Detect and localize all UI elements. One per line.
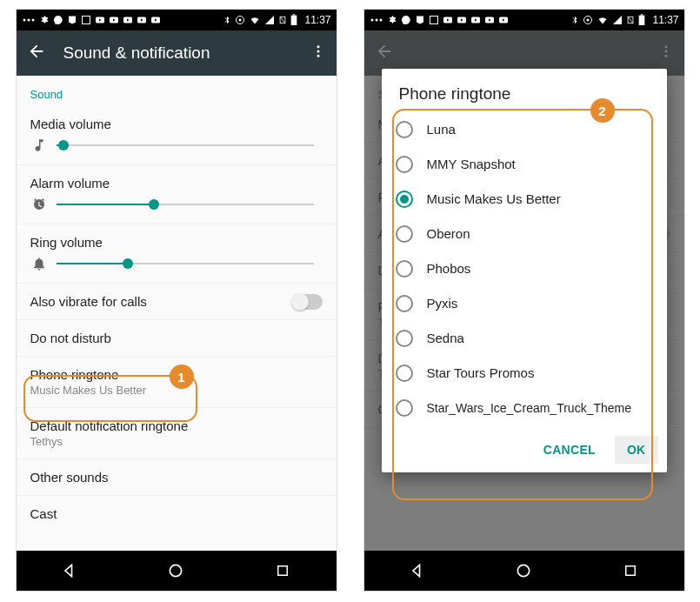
status-time: 11:37 — [304, 14, 330, 26]
radio-icon[interactable] — [396, 225, 413, 243]
ringtone-option[interactable]: Star_Wars_Ice_Cream_Truck_Theme — [396, 391, 658, 425]
svg-point-0 — [23, 19, 25, 22]
ringtone-option-label: Sedna — [427, 331, 464, 346]
phone-right: 11:37 Sound Media volume Alarm volume Ri… — [363, 9, 685, 592]
other-sounds-label: Other sounds — [30, 470, 323, 485]
ringtone-option[interactable]: Pyxis — [396, 286, 658, 321]
row-dnd[interactable]: Do not disturb — [17, 320, 337, 357]
radio-icon[interactable] — [396, 330, 413, 347]
bell-icon — [30, 255, 48, 272]
svg-rect-31 — [639, 16, 645, 25]
section-sound-header: Sound — [17, 76, 337, 106]
row-other-sounds[interactable]: Other sounds — [17, 459, 337, 496]
ringtone-option[interactable]: Star Tours Promos — [396, 356, 658, 391]
nav-back-icon[interactable] — [59, 560, 80, 581]
no-sim-icon — [626, 15, 635, 25]
nav-bar — [364, 551, 684, 591]
ringtone-dialog: Phone ringtone LunaMMY SnapshotMusic Mak… — [382, 69, 667, 472]
nav-home-icon[interactable] — [513, 560, 534, 581]
appbar-title: Sound & notification — [63, 43, 293, 63]
ringtone-list[interactable]: LunaMMY SnapshotMusic Makes Us BetterObe… — [382, 112, 667, 429]
bluetooth-icon — [570, 14, 579, 26]
ringtone-option[interactable]: MMY Snapshot — [396, 147, 658, 182]
cancel-button[interactable]: CANCEL — [531, 436, 608, 464]
radio-icon[interactable] — [396, 121, 413, 138]
radio-icon[interactable] — [396, 399, 413, 417]
ok-button[interactable]: OK — [615, 436, 658, 464]
ringtone-option-label: Star_Wars_Ice_Cream_Truck_Theme — [427, 401, 631, 415]
dnd-label: Do not disturb — [30, 331, 323, 345]
wifi-icon — [249, 15, 261, 25]
svg-point-17 — [170, 565, 182, 576]
row-vibrate[interactable]: Also vibrate for calls — [17, 284, 337, 320]
svg-point-10 — [239, 19, 242, 22]
alarm-volume-label: Alarm volume — [30, 176, 323, 191]
ringtone-option[interactable]: Sedna — [396, 321, 658, 356]
ringtone-option[interactable]: Phobos — [396, 251, 658, 286]
svg-rect-37 — [626, 566, 636, 576]
nav-recent-icon[interactable] — [620, 560, 641, 581]
ring-volume-slider[interactable] — [57, 263, 314, 264]
svg-rect-18 — [278, 566, 288, 576]
signal-icon — [612, 15, 623, 25]
svg-point-20 — [375, 19, 377, 22]
ringtone-option[interactable]: Music Makes Us Better — [396, 182, 658, 217]
svg-point-21 — [379, 19, 382, 22]
row-alarm-volume[interactable]: Alarm volume — [17, 165, 337, 224]
image-icon — [81, 15, 91, 25]
youtube-icon — [498, 15, 509, 25]
radio-icon[interactable] — [396, 191, 413, 208]
media-volume-slider[interactable] — [57, 144, 314, 146]
row-ring-volume[interactable]: Ring volume — [17, 224, 337, 284]
more-icon — [370, 16, 383, 24]
ringtone-option-label: Luna — [427, 122, 456, 137]
alarm-icon — [30, 196, 48, 213]
nav-back-icon[interactable] — [407, 560, 428, 581]
row-media-volume[interactable]: Media volume — [17, 106, 337, 165]
ring-volume-label: Ring volume — [30, 235, 323, 250]
circle-icon — [583, 15, 593, 25]
back-icon[interactable] — [27, 42, 46, 64]
nav-recent-icon[interactable] — [272, 560, 293, 581]
youtube-icon — [484, 15, 495, 25]
row-cast[interactable]: Cast — [17, 496, 337, 532]
svg-rect-12 — [291, 16, 297, 25]
battery-icon — [638, 14, 645, 26]
music-note-icon — [30, 137, 48, 154]
nav-home-icon[interactable] — [165, 560, 186, 581]
dialog-title: Phone ringtone — [382, 69, 667, 112]
notif-ringtone-title: Default notification ringtone — [30, 418, 323, 433]
svg-point-19 — [370, 19, 373, 22]
radio-icon[interactable] — [396, 260, 413, 278]
row-notif-ringtone[interactable]: Default notification ringtone Tethys — [17, 408, 337, 459]
hand-icon — [39, 15, 50, 25]
status-bar: 11:37 — [17, 10, 337, 30]
status-bar: 11:37 — [364, 10, 684, 30]
circle-icon — [235, 15, 245, 25]
status-time: 11:37 — [652, 14, 678, 26]
image-icon — [429, 15, 439, 25]
cast-label: Cast — [30, 506, 323, 521]
youtube-icon — [457, 15, 467, 25]
radio-icon[interactable] — [396, 295, 413, 312]
svg-rect-13 — [293, 14, 296, 15]
ringtone-option[interactable]: Luna — [396, 112, 658, 147]
svg-point-14 — [317, 45, 319, 48]
youtube-icon — [150, 15, 161, 25]
nav-bar — [17, 551, 337, 591]
signal-icon — [264, 15, 275, 25]
hangouts-icon — [53, 15, 63, 25]
alarm-volume-slider[interactable] — [57, 204, 314, 205]
hangouts-icon — [401, 15, 411, 25]
radio-icon[interactable] — [396, 156, 413, 173]
ringtone-option-label: Star Tours Promos — [427, 365, 535, 381]
app-bar: Sound & notification — [17, 30, 337, 76]
ringtone-option[interactable]: Oberon — [396, 217, 658, 251]
vibrate-toggle[interactable] — [293, 294, 323, 310]
radio-icon[interactable] — [396, 365, 413, 382]
step-badge-1: 1 — [170, 365, 194, 389]
battery-icon — [290, 14, 297, 26]
overflow-icon[interactable] — [310, 43, 326, 63]
play-icon — [67, 15, 77, 25]
svg-point-36 — [518, 565, 530, 576]
